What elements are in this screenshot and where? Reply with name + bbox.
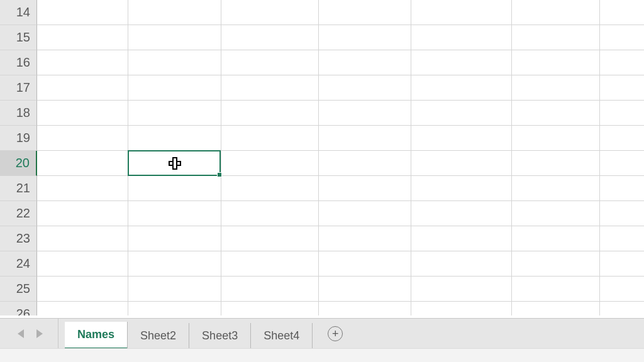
cell[interactable] xyxy=(319,151,411,176)
cell[interactable] xyxy=(128,176,221,201)
cell[interactable] xyxy=(600,75,644,101)
cell[interactable] xyxy=(600,0,644,25)
row-header[interactable]: 14 xyxy=(0,0,37,25)
cell[interactable] xyxy=(221,201,319,226)
cell[interactable] xyxy=(37,226,128,251)
cell[interactable] xyxy=(319,101,411,126)
cell[interactable] xyxy=(221,75,319,101)
cell[interactable] xyxy=(411,50,512,75)
cell[interactable] xyxy=(600,126,644,151)
cell[interactable] xyxy=(512,126,600,151)
cell[interactable] xyxy=(221,302,319,315)
cell[interactable] xyxy=(128,50,221,75)
cell[interactable] xyxy=(221,50,319,75)
cell[interactable] xyxy=(37,126,128,151)
cell[interactable] xyxy=(319,25,411,50)
cell[interactable] xyxy=(37,151,128,176)
cell[interactable] xyxy=(319,176,411,201)
cell[interactable] xyxy=(37,0,128,25)
cell[interactable] xyxy=(512,50,600,75)
cell[interactable] xyxy=(319,251,411,277)
cell[interactable] xyxy=(600,226,644,251)
cell[interactable] xyxy=(128,0,221,25)
row-header[interactable]: 19 xyxy=(0,126,37,151)
cell[interactable] xyxy=(600,277,644,302)
cell[interactable] xyxy=(411,226,512,251)
cell[interactable] xyxy=(37,302,128,315)
sheet-tab[interactable]: Sheet3 xyxy=(189,323,251,348)
cell[interactable] xyxy=(512,25,600,50)
cell[interactable] xyxy=(37,50,128,75)
cell[interactable] xyxy=(600,151,644,176)
cell[interactable] xyxy=(411,201,512,226)
sheet-tab[interactable]: Sheet4 xyxy=(251,323,313,348)
cell[interactable] xyxy=(128,302,221,315)
cell[interactable] xyxy=(600,302,644,315)
cell[interactable] xyxy=(128,201,221,226)
row-header[interactable]: 20 xyxy=(0,151,37,176)
cell[interactable] xyxy=(319,126,411,151)
tab-nav-next-icon[interactable] xyxy=(36,329,43,338)
cell[interactable] xyxy=(37,251,128,277)
sheet-tab[interactable]: Sheet2 xyxy=(128,323,189,348)
cell[interactable] xyxy=(512,226,600,251)
row-header[interactable]: 24 xyxy=(0,251,37,277)
cell[interactable] xyxy=(37,176,128,201)
row-header[interactable]: 21 xyxy=(0,176,37,201)
cell[interactable] xyxy=(221,101,319,126)
row-header[interactable]: 26 xyxy=(0,302,37,315)
cell[interactable] xyxy=(600,251,644,277)
cell[interactable] xyxy=(600,201,644,226)
row-header[interactable]: 16 xyxy=(0,50,37,75)
spreadsheet-grid[interactable]: 14151617181920212223242526 xyxy=(0,0,644,315)
cell[interactable] xyxy=(128,75,221,101)
row-header[interactable]: 25 xyxy=(0,277,37,302)
cell[interactable] xyxy=(221,176,319,201)
cell[interactable] xyxy=(411,277,512,302)
cell[interactable] xyxy=(600,50,644,75)
cell[interactable] xyxy=(512,0,600,25)
cell[interactable] xyxy=(319,302,411,315)
cell[interactable] xyxy=(512,277,600,302)
row-header[interactable]: 23 xyxy=(0,226,37,251)
cell[interactable] xyxy=(37,201,128,226)
cell[interactable] xyxy=(37,101,128,126)
cell[interactable] xyxy=(512,251,600,277)
cell[interactable] xyxy=(319,50,411,75)
cell[interactable] xyxy=(512,201,600,226)
cell[interactable] xyxy=(221,0,319,25)
cell[interactable] xyxy=(128,101,221,126)
sheet-tab[interactable]: Names xyxy=(65,322,128,349)
cell[interactable] xyxy=(128,25,221,50)
cell[interactable] xyxy=(221,251,319,277)
cell[interactable] xyxy=(411,151,512,176)
cell[interactable] xyxy=(221,25,319,50)
row-header[interactable]: 17 xyxy=(0,75,37,101)
cells-area[interactable] xyxy=(37,0,644,315)
cell[interactable] xyxy=(128,126,221,151)
cell[interactable] xyxy=(319,75,411,101)
cell[interactable] xyxy=(319,226,411,251)
new-sheet-button[interactable]: + xyxy=(313,319,358,348)
cell[interactable] xyxy=(221,226,319,251)
cell[interactable] xyxy=(411,302,512,315)
row-header[interactable]: 18 xyxy=(0,101,37,126)
cell[interactable] xyxy=(411,75,512,101)
cell[interactable] xyxy=(37,25,128,50)
row-header[interactable]: 15 xyxy=(0,25,37,50)
cell[interactable] xyxy=(221,126,319,151)
cell[interactable] xyxy=(221,151,319,176)
row-header[interactable]: 22 xyxy=(0,201,37,226)
cell[interactable] xyxy=(600,25,644,50)
cell[interactable] xyxy=(319,277,411,302)
cell[interactable] xyxy=(221,277,319,302)
cell[interactable] xyxy=(128,251,221,277)
cell[interactable] xyxy=(37,75,128,101)
cell[interactable] xyxy=(128,151,221,176)
cell[interactable] xyxy=(512,75,600,101)
cell[interactable] xyxy=(512,151,600,176)
cell[interactable] xyxy=(319,0,411,25)
cell[interactable] xyxy=(600,101,644,126)
cell[interactable] xyxy=(411,251,512,277)
cell[interactable] xyxy=(512,302,600,315)
